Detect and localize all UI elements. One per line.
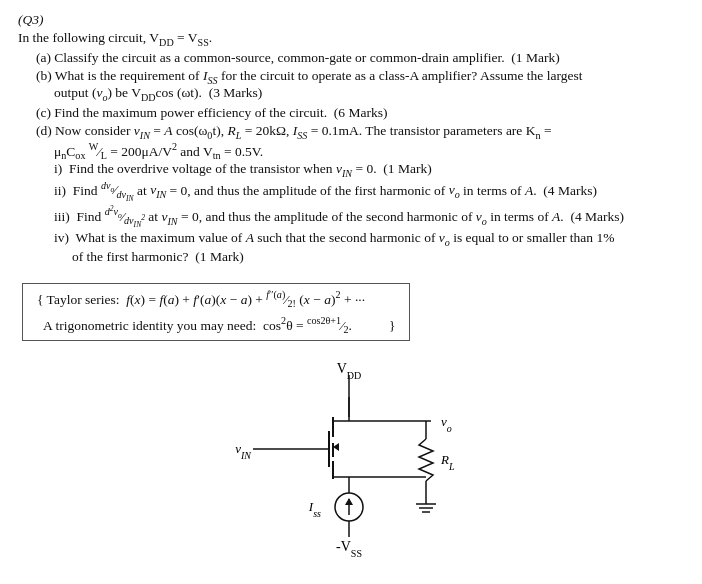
subpart-iv-continued: of the first harmonic? (1 Mark) xyxy=(18,249,684,265)
vin-label: vIN xyxy=(235,441,252,461)
circuit-svg: VDD xyxy=(191,359,511,559)
iss-label: Iss xyxy=(308,499,321,519)
part-c: (c) Find the maximum power efficiency of… xyxy=(18,105,684,121)
subpart-iii: iii) Find d2vo⁄dvIN2 at vIN = 0, and thu… xyxy=(18,204,684,230)
hint-box: { Taylor series: f(x) = f(a) + f′(a)(x −… xyxy=(22,283,410,341)
subpart-i: i) Find the overdrive voltage of the tra… xyxy=(18,161,684,179)
taylor-series: { Taylor series: f(x) = f(a) + f′(a)(x −… xyxy=(37,289,395,309)
trig-identity: A trigonometric identity you may need: c… xyxy=(37,315,395,335)
hint-box-wrapper: { Taylor series: f(x) = f(a) + f′(a)(x −… xyxy=(18,275,684,349)
main-content: (Q3) In the following circuit, VDD = VSS… xyxy=(18,12,684,563)
intro-line: In the following circuit, VDD = VSS. xyxy=(18,30,684,48)
part-a-text: (a) Classify the circuit as a common-sou… xyxy=(18,50,684,66)
vss-label: -VSS xyxy=(336,539,362,559)
part-b-text: (b) What is the requirement of ISS for t… xyxy=(18,68,684,86)
part-d-text: (d) Now consider vIN = A cos(ω0t), RL = … xyxy=(18,123,684,141)
circuit-diagram: VDD xyxy=(18,359,684,563)
part-c-text: (c) Find the maximum power efficiency of… xyxy=(18,105,684,121)
vo-label: vo xyxy=(441,414,452,434)
part-d-params: μnCox W⁄L = 200μA/V2 and Vtn = 0.5V. xyxy=(18,141,684,161)
svg-marker-20 xyxy=(345,498,353,505)
part-a: (a) Classify the circuit as a common-sou… xyxy=(18,50,684,66)
rl-label: RL xyxy=(440,452,455,472)
part-b-continued: output (vo) be VDDcos (ωt). (3 Marks) xyxy=(18,85,684,103)
question-label: (Q3) xyxy=(18,12,684,28)
subpart-iv: iv) What is the maximum value of A such … xyxy=(18,230,684,248)
part-b: (b) What is the requirement of ISS for t… xyxy=(18,68,684,103)
subpart-ii: ii) Find dvo⁄dvIN at vIN = 0, and thus t… xyxy=(18,180,684,203)
part-d: (d) Now consider vIN = A cos(ω0t), RL = … xyxy=(18,123,684,265)
